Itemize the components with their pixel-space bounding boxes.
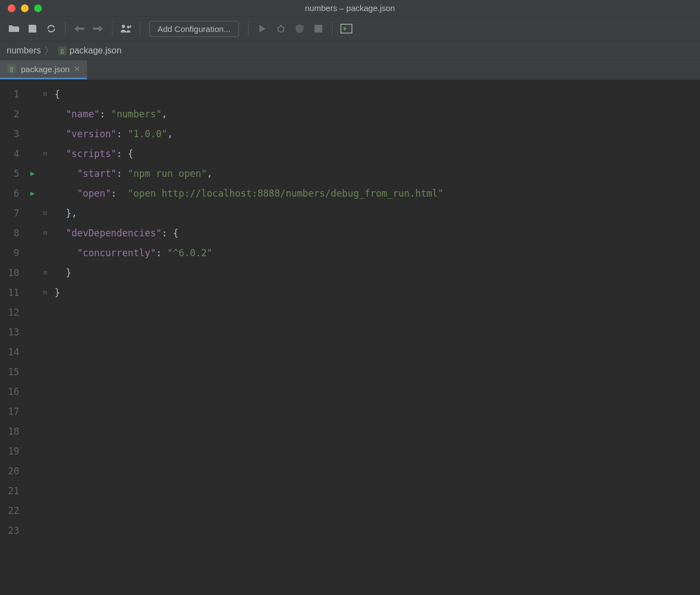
code-line[interactable]: "open": "open http://localhost:8888/numb… [55, 183, 443, 203]
fold-start-icon[interactable]: ⊟ [40, 223, 50, 243]
stop-button[interactable] [310, 20, 327, 37]
json-punct: , [162, 109, 167, 120]
code-line[interactable]: "scripts": { [55, 144, 443, 164]
json-punct: { [55, 89, 60, 100]
line-number[interactable]: 9 [0, 243, 19, 263]
json-punct: }, [66, 208, 77, 219]
code-line[interactable]: } [55, 263, 443, 283]
code-line[interactable] [55, 382, 443, 402]
back-button[interactable] [71, 20, 88, 37]
gutter-blank [40, 342, 50, 362]
line-number[interactable]: 2 [0, 104, 19, 124]
run-script-icon[interactable]: ▶ [25, 164, 40, 183]
line-number-gutter[interactable]: 1234567891011121314151617181920212223 [0, 80, 25, 595]
code-line[interactable] [55, 342, 443, 362]
line-number[interactable]: 23 [0, 521, 19, 540]
code-line[interactable]: "name": "numbers", [55, 104, 443, 124]
run-button[interactable] [254, 20, 270, 37]
svg-point-1 [127, 26, 130, 29]
gutter-blank [25, 441, 40, 461]
code-line[interactable]: }, [55, 203, 443, 223]
json-string: "numbers" [111, 109, 161, 120]
line-number[interactable]: 3 [0, 124, 19, 144]
line-number[interactable]: 1 [0, 84, 19, 104]
line-number[interactable]: 10 [0, 263, 19, 283]
line-number[interactable]: 16 [0, 382, 19, 402]
code-line[interactable]: "version": "1.0.0", [55, 124, 443, 144]
line-number[interactable]: 17 [0, 402, 19, 421]
breadcrumb-file[interactable]: {} package.json [57, 46, 121, 56]
code-editor[interactable]: 1234567891011121314151617181920212223 ▶▶… [0, 80, 700, 595]
fold-gutter[interactable]: ⊟ ⊟ ⊟⊟ ⊟⊟ [40, 80, 50, 595]
code-line[interactable] [55, 481, 443, 501]
code-line[interactable] [55, 521, 443, 540]
line-number[interactable]: 18 [0, 421, 19, 441]
code-line[interactable]: "devDependencies": { [55, 223, 443, 243]
gutter-blank [40, 402, 50, 421]
code-line[interactable] [55, 302, 443, 322]
sync-button[interactable] [43, 20, 59, 37]
fold-start-icon[interactable]: ⊟ [40, 144, 50, 164]
add-configuration-button[interactable]: Add Configuration... [149, 21, 239, 37]
run-anything-button[interactable] [338, 20, 355, 37]
code-area[interactable]: { "name": "numbers", "version": "1.0.0",… [50, 80, 443, 595]
line-number[interactable]: 13 [0, 322, 19, 342]
line-number[interactable]: 5 [0, 164, 19, 183]
line-number[interactable]: 21 [0, 481, 19, 501]
run-script-icon[interactable]: ▶ [25, 183, 40, 203]
code-line[interactable] [55, 362, 443, 382]
code-line[interactable] [55, 501, 443, 521]
line-number[interactable]: 11 [0, 283, 19, 302]
code-line[interactable] [55, 441, 443, 461]
fold-end-icon[interactable]: ⊟ [40, 283, 50, 302]
gutter-blank [25, 124, 40, 144]
minimize-window-button[interactable] [21, 4, 29, 12]
line-number[interactable]: 20 [0, 461, 19, 481]
line-number[interactable]: 7 [0, 203, 19, 223]
close-window-button[interactable] [8, 4, 15, 12]
code-with-me-button[interactable] [118, 20, 134, 37]
code-line[interactable] [55, 402, 443, 421]
fold-start-icon[interactable]: ⊟ [40, 84, 50, 104]
code-line[interactable]: } [55, 283, 443, 302]
json-punct: , [207, 168, 212, 179]
fold-end-icon[interactable]: ⊟ [40, 203, 50, 223]
line-number[interactable]: 4 [0, 144, 19, 164]
fold-end-icon[interactable]: ⊟ [40, 263, 50, 283]
close-tab-button[interactable]: ✕ [74, 64, 80, 73]
breadcrumb-file-label: package.json [69, 46, 121, 56]
gutter-blank [25, 84, 40, 104]
line-number[interactable]: 12 [0, 302, 19, 322]
line-number[interactable]: 22 [0, 501, 19, 521]
json-string: "open http://localhost:8888/numbers/debu… [128, 188, 443, 199]
code-line[interactable]: "concurrently": "^6.0.2" [55, 243, 443, 263]
gutter-blank [40, 441, 50, 461]
tab-package-json[interactable]: {} package.json ✕ [0, 60, 87, 79]
code-line[interactable] [55, 322, 443, 342]
run-gutter[interactable]: ▶▶ [25, 80, 40, 595]
line-number[interactable]: 15 [0, 362, 19, 382]
open-button[interactable] [6, 20, 22, 37]
code-line[interactable]: { [55, 84, 443, 104]
line-number[interactable]: 6 [0, 183, 19, 203]
json-file-icon: {} [7, 64, 17, 74]
run-coverage-button[interactable] [291, 20, 308, 37]
gutter-blank [25, 342, 40, 362]
line-number[interactable]: 19 [0, 441, 19, 461]
gutter-blank [40, 501, 50, 521]
maximize-window-button[interactable] [34, 4, 42, 12]
forward-button[interactable] [90, 20, 106, 37]
breadcrumb-project[interactable]: numbers [7, 46, 41, 56]
json-string: "npm run open" [128, 168, 207, 179]
gutter-blank [25, 421, 40, 441]
main-toolbar: Add Configuration... [0, 17, 700, 41]
debug-button[interactable] [273, 20, 289, 37]
code-line[interactable]: "start": "npm run open", [55, 164, 443, 183]
svg-text:{}: {} [10, 67, 13, 72]
save-all-button[interactable] [24, 20, 41, 37]
line-number[interactable]: 8 [0, 223, 19, 243]
code-line[interactable] [55, 421, 443, 441]
gutter-blank [40, 164, 50, 183]
code-line[interactable] [55, 461, 443, 481]
line-number[interactable]: 14 [0, 342, 19, 362]
